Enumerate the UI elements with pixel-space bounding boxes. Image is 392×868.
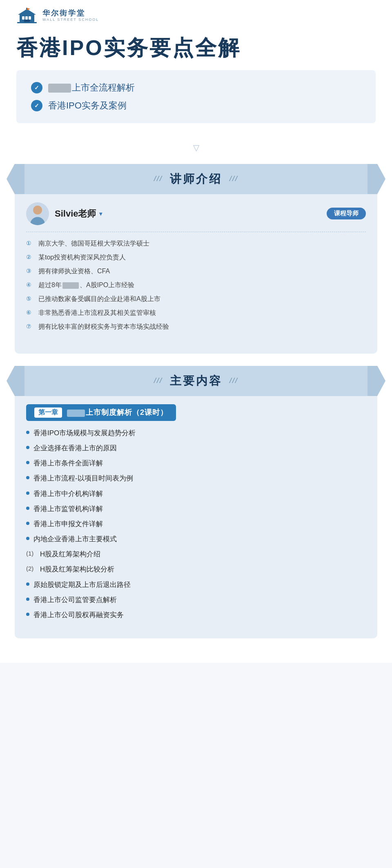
chapter1-list: 香港IPO市场规模与发展趋势分析 企业选择在香港上市的原因 香港上市条件全面详解… (15, 427, 377, 545)
ribbon-slashes-right: /// (229, 175, 238, 183)
list-item: ②某top投资机构资深风控负责人 (26, 252, 366, 262)
list-item: 原始股锁定期及上市后退出路径 (26, 579, 366, 590)
logo-cn: 华尔街学堂 (42, 9, 99, 18)
main-ribbon: /// 主要内容 /// (15, 366, 377, 396)
main-content-card: /// 主要内容 /// 第一章 上市制度解析（2课时） 香港IPO市场规模与发… (15, 366, 377, 638)
svg-rect-3 (29, 16, 31, 20)
bullet (26, 582, 29, 586)
arrow-icon: ▽ (193, 143, 199, 152)
list-item: ①南京大学、德国哥廷根大学双法学硕士 (26, 239, 366, 248)
list-item: 香港上市公司股权再融资实务 (26, 609, 366, 620)
list-item: 香港上市条件全面详解 (26, 458, 366, 469)
check-icon-1 (31, 82, 42, 93)
ribbon-right-wing (368, 164, 385, 194)
instructor-card: /// 讲师介绍 /// Silvie老师 ▾ (15, 164, 377, 354)
list-item: 香港IPO市场规模与发展趋势分析 (26, 427, 366, 438)
ribbon-slashes-left: /// (154, 175, 163, 183)
blurred-text-1 (48, 84, 71, 93)
instructor-header: Silvie老师 ▾ 课程导师 (26, 202, 366, 225)
chapter1-header: 第一章 上市制度解析（2课时） (26, 404, 176, 421)
instructor-ribbon-label: 讲师介绍 (170, 171, 222, 187)
instructor-left: Silvie老师 ▾ (26, 202, 102, 225)
list-item: 企业选择在香港上市的原因 (26, 443, 366, 454)
logo-en: WALL STREET SCHOOL (42, 18, 99, 22)
list-item: 香港上市申报文件详解 (26, 518, 366, 529)
logo-icon (16, 7, 38, 24)
main-ribbon-label: 主要内容 (170, 373, 222, 389)
svg-rect-6 (17, 22, 37, 23)
chapter1-title: 上市制度解析（2课时） (67, 407, 168, 417)
list-item: 香港上市监管机构详解 (26, 503, 366, 514)
hero-section: 香港IPO实务要点全解 上市全流程解析 香港IPO实务及案例 (0, 28, 392, 135)
sub-num-1: (1) (26, 549, 38, 558)
main-content-inner: 第一章 上市制度解析（2课时） 香港IPO市场规模与发展趋势分析 企业选择在香港… (15, 396, 377, 629)
avatar (26, 202, 49, 225)
sub-item-2: (2) H股及红筹架构比较分析 (15, 564, 377, 575)
svg-marker-8 (27, 8, 30, 10)
svg-rect-1 (22, 16, 24, 20)
bullet (26, 522, 29, 525)
avatar-figure (26, 202, 49, 225)
instructor-section-wrapper: /// 讲师介绍 /// Silvie老师 ▾ (0, 160, 392, 663)
instructor-credentials-list: ①南京大学、德国哥廷根大学双法学硕士 ②某top投资机构资深风控负责人 ③拥有律… (26, 239, 366, 332)
chapter1-tag: 第一章 (34, 407, 62, 418)
list-item: 香港上市公司监管要点解析 (26, 594, 366, 605)
hero-card: 上市全流程解析 香港IPO实务及案例 (16, 70, 376, 123)
list-item: ③拥有律师执业资格、CFA (26, 266, 366, 276)
bullet (26, 492, 29, 495)
chapter1-list-2: 原始股锁定期及上市后退出路径 香港上市公司监管要点解析 香港上市公司股权再融资实… (15, 579, 377, 621)
list-item: 香港上市流程-以项目时间表为例 (26, 473, 366, 484)
instructor-name: Silvie老师 ▾ (55, 208, 102, 220)
hero-item-2-text: 香港IPO实务及案例 (48, 100, 127, 112)
ribbon-left-wing (7, 164, 24, 194)
bullet (26, 507, 29, 510)
chapter-blurred (67, 410, 85, 417)
course-guide-badge: 课程导师 (327, 208, 366, 219)
main-ribbon-right-wing (368, 366, 385, 396)
bullet (26, 598, 29, 601)
instructor-divider (26, 232, 366, 232)
list-item: ⑥非常熟悉香港上市流程及其相关监管审核 (26, 308, 366, 318)
hero-title: 香港IPO实务要点全解 (16, 36, 376, 60)
instructor-ribbon: /// 讲师介绍 /// (15, 164, 377, 194)
instructor-name-arrow[interactable]: ▾ (99, 210, 102, 217)
hero-item-2: 香港IPO实务及案例 (31, 100, 361, 112)
sub-item-1-text: H股及红筹架构介绍 (40, 549, 100, 560)
svg-rect-2 (25, 16, 28, 20)
svg-rect-5 (24, 20, 30, 22)
sub-item-2-text: H股及红筹架构比较分析 (40, 564, 114, 575)
hero-item-1: 上市全流程解析 (31, 82, 361, 94)
list-item: ⑤已推动数家备受瞩目的企业赴港和A股上市 (26, 294, 366, 304)
bullet (26, 537, 29, 540)
logo-text: 华尔街学堂 WALL STREET SCHOOL (42, 9, 99, 22)
svg-rect-7 (26, 8, 27, 11)
list-item: 内地企业香港上市主要模式 (26, 534, 366, 545)
instructor-name-text: Silvie老师 (55, 208, 96, 220)
avatar-body (30, 217, 45, 225)
instructor-inner: Silvie老师 ▾ 课程导师 ①南京大学、德国哥廷根大学双法学硕士 ②某top… (15, 194, 377, 344)
list-item: 香港上市中介机构详解 (26, 488, 366, 499)
header: 华尔街学堂 WALL STREET SCHOOL (0, 0, 392, 28)
bullet (26, 461, 29, 464)
bullet (26, 446, 29, 449)
sub-item-1: (1) H股及红筹架构介绍 (15, 549, 377, 560)
bullet (26, 431, 29, 434)
list-item: ④超过8年、A股IPO上市经验 (26, 280, 366, 290)
hero-item-1-text: 上市全流程解析 (72, 82, 135, 93)
arrow-divider: ▽ (0, 135, 392, 160)
main-ribbon-slashes-right: /// (229, 376, 238, 385)
bullet (26, 476, 29, 479)
main-ribbon-left-wing (7, 366, 24, 396)
main-ribbon-slashes-left: /// (154, 376, 163, 385)
check-icon-2 (31, 100, 42, 111)
sub-num-2: (2) (26, 564, 38, 574)
bullet (26, 613, 29, 616)
list-item: ⑦拥有比较丰富的财税实务与资本市场实战经验 (26, 322, 366, 332)
avatar-head (33, 206, 42, 215)
